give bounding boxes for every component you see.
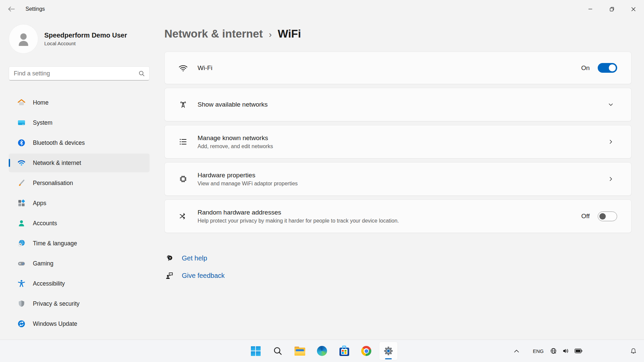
wifi-title: Wi-Fi (198, 64, 581, 72)
tray-chevron-button[interactable] (512, 344, 521, 358)
sidebar-item-label: Home (33, 99, 49, 106)
sidebar-item-label: Gaming (33, 260, 53, 267)
chip-icon (178, 174, 188, 184)
give-feedback-label: Give feedback (182, 272, 225, 280)
close-button[interactable] (623, 0, 644, 18)
hardware-subtitle: View and manage WiFi adaptor properties (198, 181, 607, 187)
battery-icon (575, 349, 582, 353)
sidebar-item-apps[interactable]: Apps (9, 194, 150, 213)
file-explorer-button[interactable] (290, 342, 309, 360)
accounts-icon (17, 219, 26, 228)
settings-window: Settings Speedperform Demo User Local Ac… (0, 0, 644, 362)
sidebar-item-label: Apps (33, 200, 46, 207)
sidebar-item-windows-update[interactable]: Windows Update (9, 314, 150, 333)
personalisation-brush-icon (17, 178, 26, 188)
show-available-networks-card[interactable]: Show available networks (164, 88, 632, 121)
window-controls (580, 0, 644, 18)
privacy-shield-icon (17, 299, 26, 308)
search-icon (139, 71, 145, 76)
language-indicator[interactable]: ENG (529, 344, 548, 358)
user-name: Speedperform Demo User (44, 32, 127, 39)
breadcrumb-parent[interactable]: Network & internet (164, 27, 263, 40)
restore-button[interactable] (601, 0, 623, 18)
sidebar-item-label: Network & internet (33, 160, 81, 167)
volume-button[interactable] (560, 344, 572, 358)
toggle-knob (609, 64, 616, 71)
bluetooth-icon (17, 138, 26, 147)
chevron-down-icon[interactable] (607, 101, 614, 108)
sidebar-item-privacy[interactable]: Privacy & security (9, 294, 150, 313)
svg-text:?: ? (169, 256, 171, 260)
restore-icon (610, 7, 614, 11)
file-explorer-icon (294, 347, 305, 356)
settings-button[interactable] (379, 342, 398, 360)
sidebar-item-personalisation[interactable]: Personalisation (9, 174, 150, 192)
sidebar-item-network[interactable]: Network & internet (9, 154, 150, 172)
wifi-toggle[interactable] (598, 63, 617, 73)
search-box[interactable] (9, 66, 150, 80)
windows-update-icon (17, 319, 26, 328)
taskbar-search-button[interactable] (268, 342, 287, 360)
random-hardware-toggle[interactable] (598, 212, 617, 221)
edge-icon (317, 346, 327, 356)
breadcrumb-separator-icon: › (269, 29, 272, 40)
accessibility-icon (17, 279, 26, 288)
sidebar-item-time-language[interactable]: Time & language (9, 234, 150, 253)
sidebar-item-label: Accounts (33, 220, 57, 227)
sidebar-item-gaming[interactable]: Gaming (9, 254, 150, 273)
feedback-icon (164, 271, 174, 280)
bell-icon (630, 348, 637, 355)
bulleted-list-icon (178, 137, 188, 146)
volume-icon (562, 348, 569, 354)
user-profile[interactable]: Speedperform Demo User Local Account (9, 24, 150, 54)
random-hardware-title: Random hardware addresses (198, 209, 581, 216)
start-button[interactable] (246, 342, 265, 360)
give-feedback-link[interactable]: Give feedback (164, 271, 632, 280)
sidebar-item-accessibility[interactable]: Accessibility (9, 274, 150, 293)
search-icon (273, 346, 282, 356)
chevron-right-icon[interactable] (607, 138, 614, 145)
random-hardware-subtitle: Help protect your privacy by making it h… (198, 218, 581, 224)
chrome-icon (361, 346, 371, 356)
chevron-right-icon[interactable] (607, 175, 614, 183)
edge-button[interactable] (313, 342, 331, 360)
titlebar: Settings (0, 0, 644, 18)
system-tray: ENG (512, 340, 644, 362)
sidebar-item-system[interactable]: System (9, 113, 150, 132)
sidebar-item-home[interactable]: Home (9, 93, 150, 112)
system-icon (17, 118, 26, 127)
hardware-title: Hardware properties (198, 172, 607, 179)
wifi-toggle-card: Wi-Fi On (164, 52, 632, 84)
wifi-icon (178, 63, 188, 73)
network-status-button[interactable] (548, 344, 559, 358)
time-language-icon (17, 239, 26, 248)
notifications-button[interactable] (628, 344, 639, 358)
get-help-link[interactable]: ? Get help (164, 254, 632, 262)
manage-known-title: Manage known networks (198, 134, 607, 142)
microsoft-store-button[interactable] (335, 342, 354, 360)
sidebar-item-accounts[interactable]: Accounts (9, 214, 150, 233)
manage-known-networks-card[interactable]: Manage known networks Add, remove, and e… (164, 125, 632, 159)
back-button[interactable] (5, 3, 18, 15)
chrome-button[interactable] (357, 342, 376, 360)
get-help-label: Get help (182, 254, 207, 262)
taskbar-apps (246, 342, 398, 360)
search-input[interactable] (9, 70, 139, 77)
hardware-properties-card[interactable]: Hardware properties View and manage WiFi… (164, 162, 632, 196)
sidebar: Speedperform Demo User Local Account Hom… (0, 18, 155, 340)
network-icon (17, 158, 26, 168)
sidebar-item-bluetooth[interactable]: Bluetooth & devices (9, 133, 150, 152)
manage-known-subtitle: Add, remove, and edit networks (198, 143, 607, 149)
random-hardware-card: Random hardware addresses Help protect y… (164, 199, 632, 233)
store-icon (339, 348, 349, 356)
wifi-state-label: On (581, 64, 590, 72)
battery-button[interactable] (572, 344, 585, 358)
taskbar: ENG (0, 340, 644, 362)
sidebar-item-label: Time & language (33, 240, 77, 247)
home-icon (17, 98, 26, 107)
page-title: WiFi (278, 27, 301, 40)
shuffle-icon (178, 212, 188, 221)
sidebar-item-label: Accessibility (33, 280, 65, 287)
minimize-button[interactable] (580, 0, 601, 18)
tray-status-icons[interactable] (548, 344, 585, 358)
